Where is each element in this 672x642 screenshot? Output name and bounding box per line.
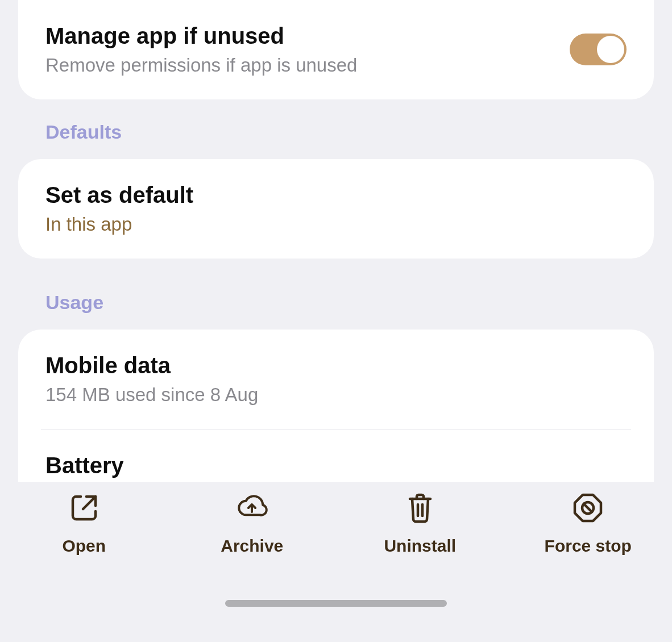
archive-button[interactable]: Archive: [168, 492, 337, 556]
row-manage-app-unused[interactable]: Manage app if unused Remove permissions …: [18, 0, 654, 99]
action-row: Open Archive U: [0, 482, 672, 600]
trash-icon: [404, 492, 436, 524]
home-indicator[interactable]: [225, 600, 447, 607]
force-stop-label: Force stop: [545, 536, 632, 556]
mobile-data-title: Mobile data: [45, 351, 627, 380]
open-icon: [68, 492, 100, 524]
row-text: Manage app if unused Remove permissions …: [45, 22, 570, 78]
row-text: Set as default In this app: [45, 181, 627, 237]
row-text: Mobile data 154 MB used since 8 Aug: [45, 351, 627, 407]
set-as-default-title: Set as default: [45, 181, 627, 209]
force-stop-button[interactable]: Force stop: [504, 492, 673, 556]
mobile-data-subtitle: 154 MB used since 8 Aug: [45, 383, 627, 407]
archive-label: Archive: [221, 536, 283, 556]
row-mobile-data[interactable]: Mobile data 154 MB used since 8 Aug: [18, 330, 654, 429]
uninstall-button[interactable]: Uninstall: [336, 492, 504, 556]
manage-app-toggle[interactable]: [570, 34, 627, 65]
section-label-defaults: Defaults: [18, 111, 654, 159]
open-label: Open: [62, 536, 106, 556]
open-button[interactable]: Open: [0, 492, 168, 556]
row-set-as-default[interactable]: Set as default In this app: [18, 159, 654, 259]
manage-app-title: Manage app if unused: [45, 22, 570, 50]
stop-icon: [572, 492, 604, 524]
card-manage-app: Manage app if unused Remove permissions …: [18, 0, 654, 99]
section-label-usage: Usage: [18, 281, 654, 330]
card-defaults: Set as default In this app: [18, 159, 654, 259]
uninstall-label: Uninstall: [384, 536, 456, 556]
battery-title: Battery: [45, 451, 627, 480]
set-as-default-subtitle: In this app: [45, 212, 627, 237]
manage-app-subtitle: Remove permissions if app is unused: [45, 53, 570, 78]
toggle-knob: [597, 36, 624, 63]
bottom-action-bar: Open Archive U: [0, 482, 672, 642]
cloud-upload-icon: [236, 492, 268, 524]
